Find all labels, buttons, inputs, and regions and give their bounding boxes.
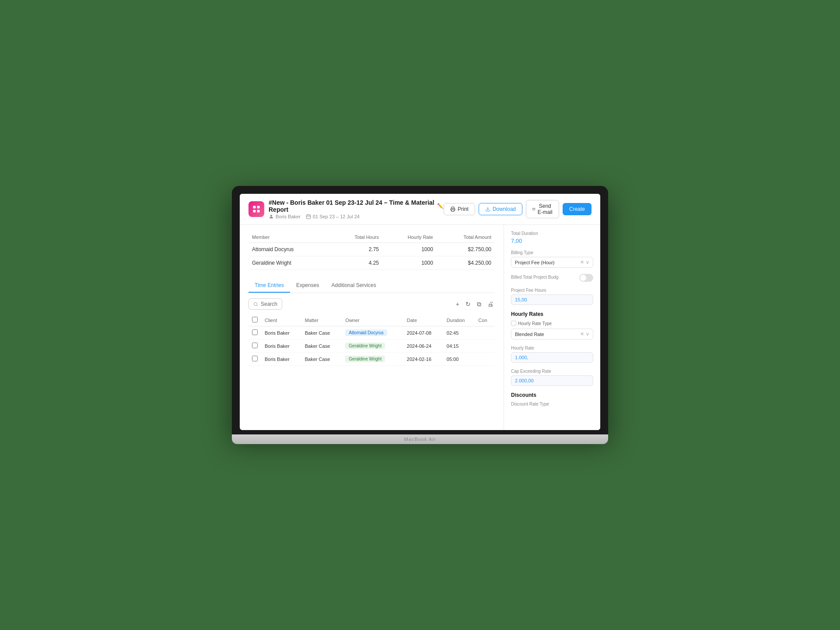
billed-total-section: Billed Total Project Budg <box>511 274 593 282</box>
edit-icon[interactable]: ✏️ <box>437 203 444 209</box>
cap-exceeding-input[interactable] <box>511 375 593 386</box>
tab-additional-services[interactable]: Additional Services <box>326 279 382 293</box>
clear-icon[interactable]: ✕ <box>580 259 584 265</box>
col-client: Client <box>261 314 301 326</box>
svg-rect-2 <box>253 210 256 213</box>
laptop-screen: #New - Boris Baker 01 Sep 23-12 Jul 24 –… <box>240 194 600 430</box>
col-hourly-rate: Hourly Rate <box>382 232 437 243</box>
row-matter: Baker Case <box>301 340 342 353</box>
row-client: Boris Baker <box>261 353 301 366</box>
col-date: Date <box>403 314 443 326</box>
total-duration-label: Total Duration <box>511 231 593 236</box>
summary-row: Geraldine Wright 4.25 1000 $4.250,00 <box>248 256 495 270</box>
row-checkbox-cell <box>248 340 261 353</box>
title-text: #New - Boris Baker 01 Sep 23-12 Jul 24 –… <box>269 199 434 213</box>
cap-exceeding-label: Cap Exceeding Rate <box>511 369 593 374</box>
hourly-rate-type-row: Hourly Rate Type <box>511 321 593 326</box>
hourly-rate-type-section: Hourly Rate Type Blended Rate ✕ ∨ <box>511 321 593 340</box>
svg-rect-0 <box>253 206 256 209</box>
billing-type-section: Billing Type Project Fee (Hour) ✕ ∨ <box>511 250 593 268</box>
svg-rect-1 <box>257 206 260 209</box>
calendar-icon <box>306 214 311 219</box>
app-container: #New - Boris Baker 01 Sep 23-12 Jul 24 –… <box>240 194 600 430</box>
row-con <box>475 353 495 366</box>
row-duration: 04:15 <box>443 340 475 353</box>
search-box[interactable]: Search <box>248 298 282 310</box>
tab-time-entries[interactable]: Time Entries <box>248 279 290 293</box>
row-duration: 05:00 <box>443 353 475 366</box>
row-con <box>475 326 495 340</box>
tab-expenses[interactable]: Expenses <box>290 279 326 293</box>
table-row: Boris Baker Baker Case Geraldine Wright … <box>248 353 495 366</box>
row-checkbox[interactable] <box>252 343 258 348</box>
time-entries-table: Client Matter Owner Date Duration Con <box>248 314 495 366</box>
discount-rate-type-section: Discount Rate Type <box>511 402 593 406</box>
download-icon <box>485 206 490 212</box>
user-icon <box>269 214 274 219</box>
print-table-icon[interactable]: 🖨 <box>486 299 495 309</box>
copy-icon[interactable]: ⧉ <box>476 299 483 309</box>
select-actions: ✕ ∨ <box>580 331 589 337</box>
project-fee-hours-input[interactable] <box>511 294 593 305</box>
total-duration-value: 7,00 <box>511 238 593 244</box>
summary-member-2: Geraldine Wright <box>248 256 330 270</box>
tabs-container: Time Entries Expenses Additional Service… <box>248 279 495 293</box>
screen-bezel: #New - Boris Baker 01 Sep 23-12 Jul 24 –… <box>232 186 608 434</box>
hourly-rate-type-value: Blended Rate <box>515 332 544 337</box>
hourly-rate-type-checkbox[interactable] <box>511 321 516 326</box>
row-owner: Geraldine Wright <box>342 353 403 366</box>
add-icon[interactable]: + <box>455 299 461 309</box>
print-button[interactable]: Print <box>444 203 475 215</box>
hourly-rate-input[interactable] <box>511 352 593 363</box>
print-icon <box>450 206 455 212</box>
refresh-icon[interactable]: ↻ <box>464 299 472 309</box>
billed-total-toggle[interactable] <box>579 274 593 282</box>
row-checkbox[interactable] <box>252 329 258 335</box>
laptop-shell: #New - Boris Baker 01 Sep 23-12 Jul 24 –… <box>232 186 608 444</box>
send-email-button[interactable]: Send E-mail <box>526 200 559 218</box>
hourly-rate-type-select[interactable]: Blended Rate ✕ ∨ <box>511 329 593 340</box>
summary-hours-1: 2.75 <box>330 243 382 256</box>
chevron-down-icon[interactable]: ∨ <box>586 259 589 265</box>
billed-total-label: Billed Total Project Budg <box>511 275 558 280</box>
header-title-area: #New - Boris Baker 01 Sep 23-12 Jul 24 –… <box>269 199 444 219</box>
table-row: Boris Baker Baker Case Geraldine Wright … <box>248 340 495 353</box>
billing-type-select[interactable]: Project Fee (Hour) ✕ ∨ <box>511 257 593 268</box>
row-date: 2024-06-24 <box>403 340 443 353</box>
project-fee-hours-section: Project Fee Hours <box>511 288 593 305</box>
project-fee-hours-label: Project Fee Hours <box>511 288 593 293</box>
header-subtitle: Boris Baker 01 Sep 23 – 12 Jul 24 <box>269 214 444 219</box>
svg-line-13 <box>257 305 258 306</box>
col-duration: Duration <box>443 314 475 326</box>
select-all-checkbox[interactable] <box>252 317 258 322</box>
svg-rect-5 <box>306 215 310 219</box>
clear-icon[interactable]: ✕ <box>580 331 584 337</box>
page-title: #New - Boris Baker 01 Sep 23-12 Jul 24 –… <box>269 199 444 213</box>
row-client: Boris Baker <box>261 326 301 340</box>
hourly-rate-type-label: Hourly Rate Type <box>518 321 552 326</box>
summary-hours-2: 4.25 <box>330 256 382 270</box>
create-button[interactable]: Create <box>563 203 592 215</box>
hourly-rates-title: Hourly Rates <box>511 311 593 317</box>
col-matter: Matter <box>301 314 342 326</box>
row-con <box>475 340 495 353</box>
right-panel: Total Duration 7,00 Billing Type Project… <box>504 225 600 430</box>
col-member: Member <box>248 232 330 243</box>
download-button[interactable]: Download <box>479 203 522 215</box>
laptop-base: MacBook Air <box>232 434 608 444</box>
col-con: Con <box>475 314 495 326</box>
discounts-title: Discounts <box>511 392 593 398</box>
main-content: Member Total Hours Hourly Rate Total Amo… <box>240 225 600 430</box>
row-checkbox[interactable] <box>252 356 258 361</box>
svg-point-12 <box>254 302 257 305</box>
row-date: 2024-07-08 <box>403 326 443 340</box>
chevron-down-icon[interactable]: ∨ <box>586 331 589 337</box>
header-actions: Print Download Send E-mail Create <box>444 200 592 218</box>
discount-rate-type-label: Discount Rate Type <box>511 402 593 406</box>
toggle-knob <box>580 275 586 281</box>
row-client: Boris Baker <box>261 340 301 353</box>
svg-point-4 <box>270 215 272 217</box>
col-total-hours: Total Hours <box>330 232 382 243</box>
app-logo <box>248 201 264 217</box>
svg-rect-3 <box>257 210 260 213</box>
